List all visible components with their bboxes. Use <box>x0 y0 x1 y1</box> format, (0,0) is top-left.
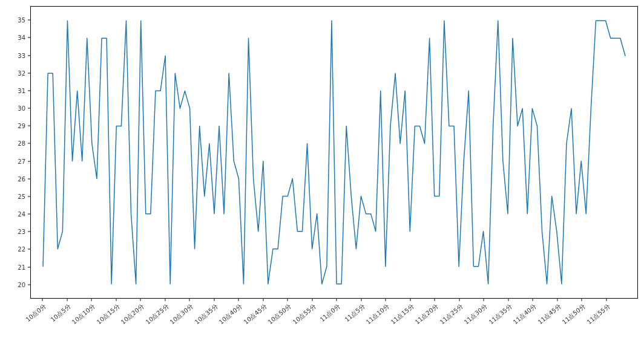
x-tick-mark <box>116 299 116 301</box>
data-line <box>43 21 625 284</box>
plot-area <box>30 6 638 299</box>
x-tick-label: 10点25分 <box>144 302 171 326</box>
y-tick-label: 33 <box>18 52 25 59</box>
x-tick-mark <box>484 299 484 301</box>
x-tick-label: 11点25分 <box>438 302 465 326</box>
x-tick-label: 11点10分 <box>364 302 391 326</box>
x-tick-mark <box>288 299 288 301</box>
x-tick-label: 10点40分 <box>217 302 244 326</box>
x-tick-mark <box>386 299 386 301</box>
x-tick-mark <box>410 299 410 301</box>
y-tick-label: 28 <box>18 140 25 147</box>
y-tick-label: 27 <box>18 158 25 164</box>
x-tick-mark <box>508 299 508 301</box>
x-tick-mark <box>238 299 239 301</box>
x-tick-label: 10点30分 <box>168 302 195 326</box>
y-tick-label: 21 <box>18 264 25 270</box>
x-axis: 10点0分10点5分10点10分10点15分10点20分10点25分10点30分… <box>30 299 638 347</box>
x-tick-label: 10点35分 <box>193 302 220 326</box>
x-tick-label: 11点15分 <box>389 302 416 326</box>
x-tick-mark <box>435 299 435 301</box>
x-tick-label: 11点5分 <box>343 302 367 324</box>
x-tick-label: 10点10分 <box>70 302 97 326</box>
line-series <box>31 7 637 298</box>
x-tick-mark <box>337 299 337 301</box>
x-tick-mark <box>214 299 214 301</box>
y-tick-label: 26 <box>18 175 25 182</box>
x-tick-mark <box>67 299 67 301</box>
y-tick-label: 31 <box>18 87 25 94</box>
x-tick-mark <box>361 299 361 301</box>
x-tick-label: 11点30分 <box>462 302 489 326</box>
x-tick-mark <box>263 299 263 301</box>
x-tick-mark <box>557 299 557 301</box>
x-tick-label: 10点20分 <box>119 302 146 326</box>
y-tick-label: 34 <box>18 34 25 41</box>
x-tick-mark <box>189 299 190 301</box>
x-tick-mark <box>459 299 459 301</box>
x-tick-label: 11点45分 <box>536 302 563 326</box>
x-tick-mark <box>140 299 141 301</box>
x-tick-mark <box>42 299 43 301</box>
y-tick-label: 24 <box>18 211 25 218</box>
x-tick-mark <box>606 299 606 301</box>
y-tick-label: 32 <box>18 70 25 76</box>
x-tick-mark <box>165 299 165 301</box>
x-tick-label: 11点55分 <box>585 302 612 326</box>
y-tick-label: 30 <box>18 105 25 112</box>
x-tick-label: 11点50分 <box>560 302 587 326</box>
x-tick-mark <box>582 299 582 301</box>
x-tick-label: 11点40分 <box>511 302 538 326</box>
x-tick-mark <box>533 299 533 301</box>
x-tick-label: 10点50分 <box>266 302 293 326</box>
x-tick-label: 10点45分 <box>242 302 269 326</box>
x-tick-label: 10点15分 <box>95 302 122 326</box>
y-tick-label: 22 <box>18 246 25 253</box>
x-tick-label: 10点55分 <box>291 302 318 326</box>
x-tick-mark <box>91 299 92 301</box>
x-tick-label: 11点20分 <box>413 302 440 326</box>
x-tick-label: 10点5分 <box>49 302 73 324</box>
y-tick-label: 23 <box>18 229 25 235</box>
y-tick-label: 29 <box>18 123 25 129</box>
y-tick-label: 25 <box>18 193 25 199</box>
chart-container: 20212223242526272829303132333435 10点0分10… <box>0 0 644 347</box>
y-tick-label: 35 <box>18 17 25 24</box>
y-tick-label: 20 <box>18 281 25 288</box>
x-tick-mark <box>312 299 312 301</box>
x-tick-label: 11点0分 <box>318 302 342 324</box>
y-axis: 20212223242526272829303132333435 <box>0 6 28 299</box>
x-tick-label: 11点35分 <box>487 302 514 326</box>
x-tick-label: 10点0分 <box>24 302 48 324</box>
